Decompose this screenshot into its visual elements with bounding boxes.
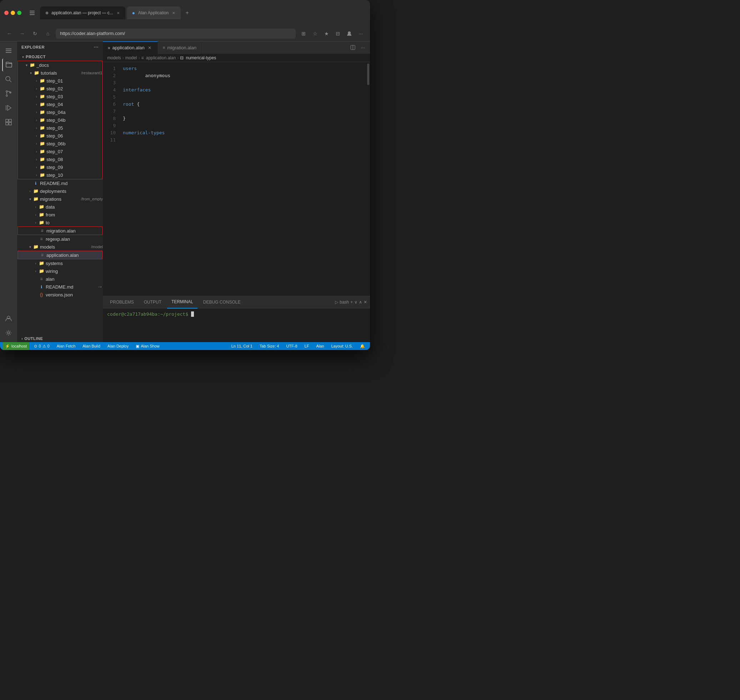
star-icon[interactable]: ☆ [310,29,320,38]
terminal-new-button[interactable]: ▷ bash + ∨ [335,300,357,304]
sidebar-toggle-hamburger[interactable] [2,44,15,57]
status-alan-fetch[interactable]: Alan Fetch [54,342,78,350]
project-root[interactable]: ▾ PROJECT [17,53,103,61]
tree-step01[interactable]: › 📁 step_01 [18,77,102,85]
browser-tab-2[interactable]: ● Alan Application ✕ [127,6,181,19]
tree-step06b[interactable]: › 📁 step_06b [18,140,102,147]
tree-readme-docs[interactable]: › ℹ README.md [17,179,103,187]
new-tab-button[interactable]: + [182,8,192,18]
activity-git[interactable] [2,87,15,100]
status-position[interactable]: Ln 11, Col 1 [229,342,255,350]
status-layout[interactable]: Layout: U.S. [329,342,355,350]
maximize-button[interactable] [17,11,21,15]
tree-docs[interactable]: ▾ 📁 _docs [18,61,102,69]
forward-button[interactable]: → [17,29,27,38]
activity-explorer[interactable] [2,59,15,71]
split-editor-button[interactable] [349,43,357,52]
tree-readme-models[interactable]: › ℹ README.md → [17,283,103,291]
tree-step10[interactable]: › 📁 step_10 [18,171,102,179]
editor-scrollbar[interactable] [366,62,370,296]
svg-rect-2 [29,14,35,15]
tab1-close[interactable]: ✕ [115,10,121,16]
tree-models[interactable]: ▾ 📁 models /model [17,243,103,251]
migrations-icon: 📁 [33,196,38,202]
tree-regexp-alan[interactable]: › ≡ regexp.alan [17,235,103,243]
status-tab-size[interactable]: Tab Size: 4 [257,342,281,350]
status-eol[interactable]: LF [303,342,312,350]
alan-icon: ≡ [38,276,44,282]
tree-tutorials[interactable]: ▾ 📁 tutorials /restaurant1 [18,69,102,77]
status-bell[interactable]: 🔔 [358,342,367,350]
svg-point-9 [6,91,7,92]
tree-step02[interactable]: › 📁 step_02 [18,85,102,93]
code-editor[interactable]: 1 2 3 4 5 6 7 8 9 10 11 users anonymous … [103,62,370,296]
sidebar-toggle[interactable] [27,8,37,18]
tree-data[interactable]: › 📁 data [17,203,103,211]
status-alan-deploy[interactable]: Alan Deploy [105,342,131,350]
tree-migration-alan[interactable]: › ≡ migration.alan [18,227,102,235]
collections-icon[interactable]: ⊟ [333,29,343,38]
panel-tab-problems[interactable]: PROBLEMS [106,296,138,309]
more-actions-button[interactable]: ··· [359,43,367,52]
close-button[interactable] [4,11,9,15]
back-button[interactable]: ← [4,29,14,38]
tree-step08[interactable]: › 📁 step_08 [18,155,102,163]
tree-step04[interactable]: › 📁 step_04 [18,100,102,108]
step10-icon: 📁 [39,172,45,178]
tab2-close[interactable]: ✕ [171,10,177,16]
tree-step03[interactable]: › 📁 step_03 [18,93,102,100]
tree-versions-json[interactable]: › {} versions.json [17,291,103,299]
activity-account[interactable] [2,312,15,325]
panel-tab-terminal[interactable]: TERMINAL [167,296,197,309]
panel-maximize-button[interactable]: ∧ [359,300,362,304]
tree-step07[interactable]: › 📁 step_07 [18,147,102,155]
sidebar-more-icon[interactable]: ··· [94,44,99,50]
activity-extensions[interactable] [2,116,15,129]
address-input[interactable] [56,29,296,38]
minimize-button[interactable] [11,11,15,15]
tree-from[interactable]: › 📁 from [17,211,103,219]
tree-step05[interactable]: › 📁 step_05 [18,124,102,132]
breadcrumb: models › model › ≡ application.alan › ⊟ … [103,54,370,62]
tree-deployments[interactable]: › 📁 deployments [17,187,103,195]
outline-section[interactable]: › OUTLINE [17,335,103,342]
activity-settings[interactable] [2,326,15,339]
account-icon[interactable] [344,29,354,38]
tab-application-close[interactable]: ✕ [147,45,153,51]
activity-search[interactable] [2,73,15,86]
status-language[interactable]: Alan [314,342,326,350]
tree-step04a[interactable]: › 📁 step_04a [18,108,102,116]
editor-tab-migration[interactable]: ≡ migration.alan [158,41,202,54]
more-icon[interactable]: ··· [356,29,366,38]
tree-step09[interactable]: › 📁 step_09 [18,163,102,171]
tree-wiring[interactable]: › 📁 wiring [17,267,103,275]
tree-step06[interactable]: › 📁 step_06 [18,132,102,140]
tree-application-alan[interactable]: › ≡ application.alan [18,251,102,259]
status-alan-show[interactable]: ▣ Alan Show [134,342,162,350]
status-encoding[interactable]: UTF-8 [284,342,299,350]
tree-migrations[interactable]: ▾ 📁 migrations /from_empty [17,195,103,203]
panel-tab-debug[interactable]: DEBUG CONSOLE [199,296,245,309]
tree-step04b[interactable]: › 📁 step_04b [18,116,102,124]
activity-run[interactable] [2,101,15,114]
tree-systems[interactable]: › 📁 systems [17,259,103,267]
tree-alan[interactable]: › ≡ alan [17,275,103,283]
grid-icon[interactable]: ⊞ [299,29,309,38]
status-errors[interactable]: ⊙ 0 ⚠ 0 [32,342,51,350]
panel-content[interactable]: coder@c2a717ab94ba:~/project$ [103,309,370,342]
address-bar: ← → ↻ ⌂ ⊞ ☆ ★ ⊟ ··· [0,26,370,41]
status-alan-build[interactable]: Alan Build [80,342,103,350]
step05-label: step_05 [46,125,102,131]
panel-close-button[interactable]: ✕ [363,300,367,304]
home-button[interactable]: ⌂ [43,29,53,38]
star-filled-icon[interactable]: ★ [321,29,331,38]
code-content[interactable]: users anonymous interfaces root { } nume… [119,62,366,296]
refresh-button[interactable]: ↻ [30,29,40,38]
panel-tab-output[interactable]: OUTPUT [140,296,166,309]
sidebar-header: EXPLORER ··· [17,41,103,53]
tree-to[interactable]: › 📁 to [17,219,103,226]
editor-tab-application[interactable]: ≡ application.alan ✕ [103,41,158,54]
editor-area: ≡ application.alan ✕ ≡ migration.alan ··… [103,41,370,342]
status-branch[interactable]: ⚡ localhost [3,342,29,350]
browser-tab-1[interactable]: ⚙ application.alan — project — c... ✕ [40,6,125,19]
